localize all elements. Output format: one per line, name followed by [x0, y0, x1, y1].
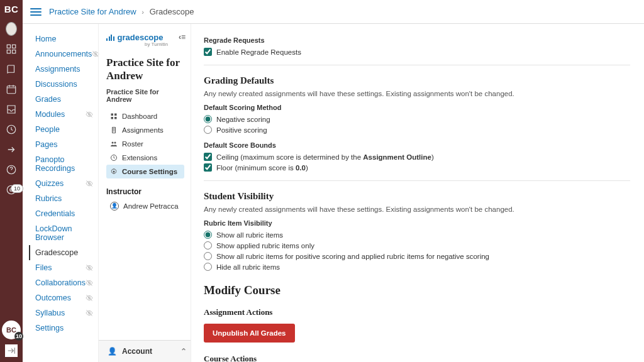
institution-logo[interactable]: BC — [4, 4, 19, 14]
course-nav-item[interactable]: Pages — [29, 137, 97, 152]
gs-nav-icon — [110, 140, 118, 148]
course-nav-item[interactable]: Rubrics — [29, 191, 97, 206]
course-nav-item[interactable]: Panopto Recordings — [29, 152, 97, 176]
course-nav-label: Credentials — [35, 209, 75, 218]
course-nav-item[interactable]: Modules — [29, 107, 97, 122]
course-nav-label: Modules — [35, 110, 65, 119]
gs-nav-label: Roster — [122, 140, 143, 148]
svg-rect-18 — [111, 117, 114, 119]
courses-icon[interactable] — [6, 63, 17, 75]
gs-nav-item[interactable]: Assignments — [106, 123, 184, 137]
floor-checkbox-row[interactable]: Floor (minimum score is 0.0) — [204, 162, 630, 173]
positive-scoring-radio[interactable] — [204, 126, 212, 134]
course-nav-item[interactable]: LockDown Browser — [29, 221, 97, 245]
floor-checkbox[interactable] — [204, 163, 212, 172]
hidden-eye-icon — [86, 294, 93, 302]
scoring-method-label: Default Scoring Method — [204, 104, 630, 111]
gs-nav-label: Extensions — [122, 154, 157, 162]
ceiling-label: Ceiling (maximum score is determined by … — [216, 153, 434, 161]
history-icon[interactable] — [6, 124, 17, 135]
gs-nav-icon — [110, 154, 118, 162]
gradescope-logo[interactable]: gradescope — [106, 33, 184, 42]
course-actions-heading: Course Actions — [204, 354, 630, 362]
help-icon[interactable] — [6, 164, 17, 175]
course-nav-label: Home — [35, 35, 56, 43]
enable-regrade-checkbox-row[interactable]: Enable Regrade Requests — [204, 47, 630, 57]
breadcrumb-course-link[interactable]: Practice Site for Andrew — [49, 7, 136, 16]
gs-nav-icon — [110, 112, 118, 120]
course-nav-label: Files — [35, 263, 52, 272]
account-toggle[interactable]: 👤 Account ⌃ — [99, 340, 191, 362]
course-nav-label: People — [35, 125, 60, 134]
course-nav-item[interactable]: Announcements — [29, 47, 97, 62]
instructor-heading: Instructor — [106, 187, 184, 196]
course-nav-item[interactable]: Gradescope — [29, 245, 97, 260]
collapse-sidebar-icon[interactable]: ‹≡ — [179, 33, 186, 41]
notifications-badge: 10 — [11, 184, 23, 193]
negative-scoring-option[interactable]: Negative scoring — [204, 114, 630, 124]
course-nav-item[interactable]: Grades — [29, 92, 97, 107]
gs-nav-item[interactable]: Roster — [106, 137, 184, 151]
gs-nav-item[interactable]: Extensions — [106, 151, 184, 165]
bc-badge[interactable]: BC10 — [2, 321, 21, 339]
rubric-show-all-option[interactable]: Show all rubric items — [204, 229, 630, 240]
floor-label: Floor (minimum score is 0.0) — [216, 164, 308, 172]
enable-regrade-label: Enable Regrade Requests — [216, 48, 301, 56]
course-nav-label: Syllabus — [35, 309, 65, 317]
ceiling-checkbox[interactable] — [204, 153, 212, 161]
course-nav-item[interactable]: Files — [29, 260, 97, 275]
unpublish-all-grades-button[interactable]: Unpublish All Grades — [204, 324, 295, 343]
calendar-icon[interactable] — [6, 84, 17, 95]
ceiling-checkbox-row[interactable]: Ceiling (maximum score is determined by … — [204, 151, 630, 162]
hidden-eye-icon — [86, 180, 93, 187]
svg-point-21 — [114, 141, 116, 143]
grading-defaults-heading: Grading Defaults — [204, 75, 630, 86]
gs-nav-label: Course Settings — [122, 168, 177, 175]
course-nav-item[interactable]: Syllabus — [29, 305, 97, 321]
course-nav-item[interactable]: Credentials — [29, 206, 97, 221]
person-icon: 👤 — [108, 347, 117, 356]
gradescope-bars-icon — [106, 35, 114, 41]
negative-scoring-radio[interactable] — [204, 115, 212, 123]
regrade-heading: Regrade Requests — [204, 36, 630, 44]
breadcrumb-separator: › — [142, 8, 144, 16]
course-nav-label: Settings — [35, 324, 64, 332]
hidden-eye-icon — [86, 309, 93, 317]
course-nav-item[interactable]: Collaborations — [29, 275, 97, 290]
expand-nav-icon[interactable] — [5, 344, 18, 357]
grading-defaults-desc: Any newly created assignments will have … — [204, 90, 630, 97]
course-nav-item[interactable]: People — [29, 122, 97, 137]
course-nav-item[interactable]: Outcomes — [29, 290, 97, 305]
commons-icon[interactable] — [6, 144, 17, 155]
gradescope-byline: by Turnitin — [106, 41, 184, 47]
enable-regrade-checkbox[interactable] — [204, 48, 212, 56]
positive-scoring-option[interactable]: Positive scoring — [204, 124, 630, 135]
svg-rect-17 — [114, 113, 117, 116]
modify-course-heading: Modify Course — [204, 283, 630, 297]
course-nav-label: Rubrics — [35, 194, 62, 203]
dashboard-icon[interactable] — [6, 43, 17, 55]
rubric-hide-all-option[interactable]: Hide all rubric items — [204, 261, 630, 272]
gs-nav-item[interactable]: Dashboard — [106, 109, 184, 123]
rubric-show-posneg-option[interactable]: Show all rubric items for positive scori… — [204, 251, 630, 261]
course-nav-item[interactable]: Home — [29, 31, 97, 47]
svg-rect-19 — [114, 117, 117, 119]
rubric-show-applied-option[interactable]: Show applied rubric items only — [204, 240, 630, 251]
account-icon[interactable] — [6, 23, 17, 35]
svg-point-20 — [112, 141, 114, 143]
svg-point-23 — [113, 170, 115, 172]
svg-rect-16 — [111, 113, 114, 116]
course-nav-item[interactable]: Discussions — [29, 77, 97, 92]
course-nav-item[interactable]: Assignments — [29, 62, 97, 77]
instructor-row[interactable]: 👤 Andrew Petracca — [106, 200, 184, 212]
gs-nav-item[interactable]: Course Settings — [106, 165, 184, 178]
student-visibility-heading: Student Visibility — [204, 191, 630, 202]
notifications-icon[interactable]: 10 — [6, 184, 17, 195]
person-icon: 👤 — [110, 202, 119, 211]
gs-nav-label: Assignments — [122, 126, 164, 134]
course-nav-item[interactable]: Settings — [29, 321, 97, 336]
inbox-icon[interactable] — [6, 104, 17, 115]
hamburger-icon[interactable] — [29, 5, 43, 19]
course-nav-item[interactable]: Quizzes — [29, 176, 97, 191]
global-rail: BC 10 BC10 — [0, 0, 23, 362]
